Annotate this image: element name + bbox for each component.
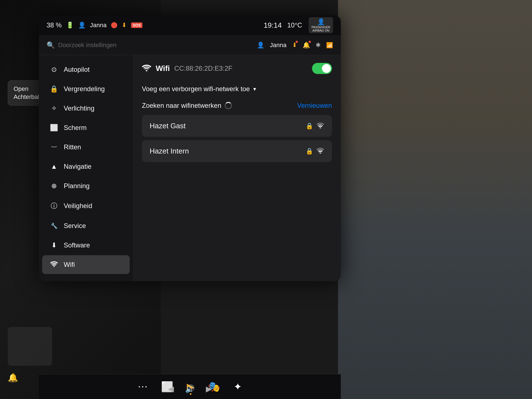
network-icons-hazet-intern: 🔒 [306,147,324,155]
update-dot [296,41,298,43]
battery-percentage: 38 % [47,21,62,29]
svg-point-3 [320,152,321,154]
username-display: Janna [270,42,287,49]
wifi-toggle[interactable] [312,63,332,74]
sidebar-item-vergrendeling[interactable]: 🔒 Vergrendeling [42,80,130,98]
second-bar-right: 👤 Janna ⬇ 🔔 ✱ 📶 [257,42,333,49]
sidebar-item-bluetooth[interactable]: ✱ Bluetooth [42,275,130,281]
wifi-header-icon [142,64,151,73]
software-icon: ⬇ [50,241,58,249]
lock-icon-hazet-gast: 🔒 [306,122,313,130]
wifi-title-text: Wifi [156,64,170,73]
user-icon: 👤 [257,42,264,49]
wifi-header: Wifi CC:88:26:2D:E3:2F [142,63,332,74]
wifi-sidebar-icon [50,261,58,268]
svg-point-1 [146,70,147,71]
airbag-label: PASSENGERAIRBAG ON [311,25,330,32]
sidebar-item-wifi[interactable]: Wifi [42,255,130,274]
sidebar-item-navigatie[interactable]: ▲ Navigatie [42,157,130,176]
content-area: ⊙ Autopilot 🔒 Vergrendeling ✧ Verlichtin… [39,55,341,281]
notification-dot [309,41,311,43]
sidebar-label-scherm: Scherm [64,124,87,132]
chevron-down-icon: ▾ [253,86,256,92]
airbag-indicator: 👤 PASSENGERAIRBAG ON [309,17,333,33]
ritten-icon: 〰 [50,144,58,150]
sidebar-label-planning: Planning [64,182,89,190]
searching-spinner [225,102,232,109]
search-icon: 🔍 [47,41,55,49]
seat-controls[interactable] [8,327,52,366]
searching-label: Zoeken naar wifinetwerken [142,102,221,109]
clock: 19:14 [264,21,282,30]
add-hidden-label: Voeg een verborgen wifi-netwerk toe [142,85,250,93]
planning-icon: ⊕ [50,182,58,190]
nav-forward-button[interactable]: ▶ [206,384,212,393]
status-left: 38 % 🔋 👤 Janna ⬇ SOS [47,21,257,29]
nav-icon: ▲ [50,163,58,170]
search-input[interactable]: Doorzoek instellingen [58,42,116,49]
network-name-hazet-intern: Hazet Intern [150,147,189,155]
sidebar-item-veiligheid[interactable]: ⓘ Veiligheid [42,196,130,216]
main-screen: 38 % 🔋 👤 Janna ⬇ SOS 19:14 10°C 👤 PASSEN… [39,15,341,281]
bluetooth-icon[interactable]: ✱ [316,42,321,49]
autopilot-icon: ⊙ [50,66,58,73]
status-right: 👤 PASSENGERAIRBAG ON [309,17,333,33]
service-icon: 🔧 [50,222,58,229]
light-icon: ✧ [50,104,58,112]
sidebar-label-verlichting: Verlichting [64,104,94,112]
sidebar-label-software: Software [64,241,90,249]
svg-point-0 [53,266,55,267]
searching-row: Zoeken naar wifinetwerken Vernieuwen [142,102,332,109]
sidebar-item-ritten[interactable]: 〰 Ritten [42,138,130,157]
svg-point-2 [320,127,321,128]
sidebar-label-service: Service [64,222,86,230]
bluetooth-sidebar-icon: ✱ [50,280,58,281]
wifi-panel: Wifi CC:88:26:2D:E3:2F Voeg een verborge… [133,55,341,281]
status-bar: 38 % 🔋 👤 Janna ⬇ SOS 19:14 10°C 👤 PASSEN… [39,15,341,35]
wifi-strength-hazet-intern [316,147,324,155]
bell-notification-icon[interactable]: 🔔 [8,373,18,382]
battery-icon: 🔋 [66,22,74,29]
lock-icon: 🔒 [50,85,58,93]
wifi-title-area: Wifi CC:88:26:2D:E3:2F [142,64,232,73]
sidebar-label-wifi: Wifi [64,261,75,268]
add-hidden-network[interactable]: Voeg een verborgen wifi-netwerk toe ▾ [142,81,332,97]
update-icon[interactable]: ⬇ [292,42,297,49]
nav-back-button[interactable]: ◀ [168,384,174,393]
network-name-hazet-gast: Hazet Gast [150,122,186,130]
sidebar-label-veiligheid: Veiligheid [64,202,92,210]
notification-bell[interactable]: 🔔 [303,42,310,49]
sidebar-label-autopilot: Autopilot [64,66,89,73]
driver-name: Janna [90,22,107,29]
record-indicator [111,22,117,28]
sidebar-label-ritten: Ritten [64,143,81,151]
network-icons-hazet-gast: 🔒 [306,122,324,130]
sidebar-label-bluetooth: Bluetooth [64,280,92,281]
sos-badge: SOS [131,22,143,28]
time-temp-area: 19:14 10°C [264,21,302,30]
searching-text: Zoeken naar wifinetwerken [142,102,232,109]
sidebar-item-verlichting[interactable]: ✧ Verlichting [42,99,130,118]
sidebar-item-planning[interactable]: ⊕ Planning [42,177,130,195]
wifi-strength-hazet-gast [316,122,324,130]
sidebar-item-software[interactable]: ⬇ Software [42,236,130,255]
sidebar-item-service[interactable]: 🔧 Service [42,216,130,235]
volume-button[interactable]: 🔊 [185,384,195,393]
airbag-icon: 👤 [317,18,325,25]
screen-icon: ⬜ [50,124,58,132]
settings-sidebar: ⊙ Autopilot 🔒 Vergrendeling ✧ Verlichtin… [39,55,133,281]
sidebar-item-scherm[interactable]: ⬜ Scherm [42,118,130,137]
search-area[interactable]: 🔍 Doorzoek instellingen [47,41,251,49]
sidebar-label-vergrendeling: Vergrendeling [64,85,105,93]
network-item-hazet-intern[interactable]: Hazet Intern 🔒 [142,140,332,162]
signal-icon: 📶 [326,42,333,48]
refresh-button[interactable]: Vernieuwen [297,102,332,109]
driver-icon: 👤 [78,22,86,29]
lock-icon-hazet-intern: 🔒 [306,148,313,155]
sidebar-label-navigatie: Navigatie [64,163,91,170]
sidebar-item-autopilot[interactable]: ⊙ Autopilot [42,60,130,79]
network-item-hazet-gast[interactable]: Hazet Gast 🔒 [142,115,332,137]
wifi-mac-address: CC:88:26:2D:E3:2F [174,65,232,72]
second-bar: 🔍 Doorzoek instellingen 👤 Janna ⬇ 🔔 ✱ 📶 [39,35,341,55]
temperature: 10°C [287,21,302,29]
